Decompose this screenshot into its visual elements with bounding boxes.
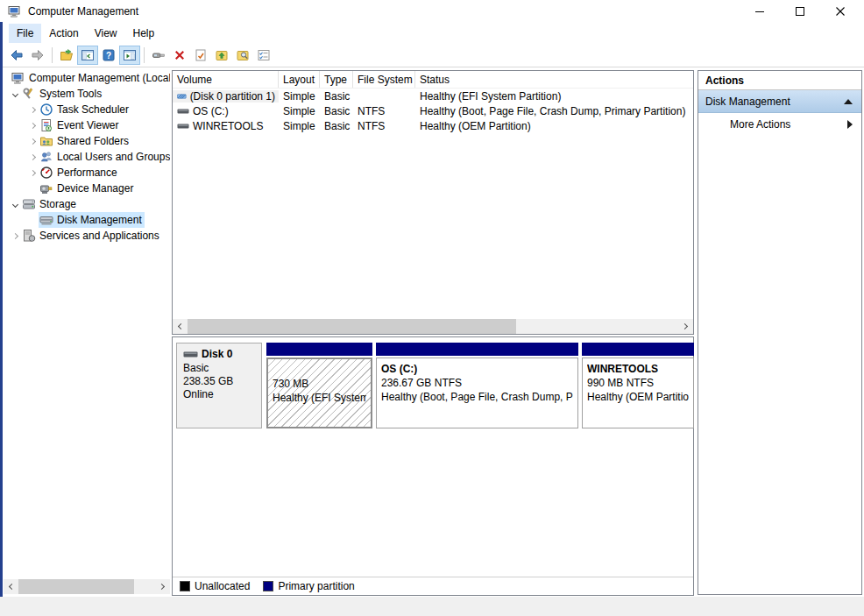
scrollbar-track[interactable]: [134, 579, 155, 594]
back-arrow-icon: [10, 48, 24, 62]
tree-item-storage[interactable]: Storage: [4, 196, 170, 212]
menu-help[interactable]: Help: [125, 24, 163, 43]
volume-row-disk0-partition1[interactable]: (Disk 0 partition 1) Simple Basic Health…: [173, 89, 693, 103]
expand-chevron-icon[interactable]: [26, 171, 39, 175]
partition-body[interactable]: WINRETOOLS 990 MB NTFS Healthy (OEM Part…: [582, 358, 694, 428]
close-button[interactable]: [820, 0, 860, 22]
actions-section-disk-management[interactable]: Disk Management: [698, 90, 861, 113]
window-title: Computer Management: [28, 5, 138, 18]
partition-body[interactable]: OS (C:) 236.67 GB NTFS Healthy (Boot, Pa…: [376, 358, 578, 428]
tree-item-task-scheduler[interactable]: Task Scheduler: [4, 102, 170, 117]
column-header-status[interactable]: Status: [415, 71, 693, 88]
scroll-left-button[interactable]: [4, 579, 18, 594]
column-header-type[interactable]: Type: [320, 71, 353, 88]
open-folder-button[interactable]: [56, 46, 77, 65]
disk-graphical-pane: Disk 0 Basic 238.35 GB Online 730 MB Hea…: [172, 336, 694, 596]
scrollbar-thumb[interactable]: [18, 579, 134, 594]
partition-winretools[interactable]: WINRETOOLS 990 MB NTFS Healthy (OEM Part…: [582, 343, 694, 428]
column-header-file-system[interactable]: File System: [353, 71, 415, 88]
delete-button[interactable]: [169, 46, 190, 65]
tree-item-shared-folders[interactable]: Shared Folders: [4, 133, 170, 149]
scrollbar-thumb[interactable]: [188, 319, 516, 334]
volume-name: WINRETOOLS: [193, 120, 263, 132]
partition-legend: Unallocated Primary partition: [173, 577, 693, 595]
partition-body-selected[interactable]: 730 MB Healthy (EFI System: [266, 358, 372, 428]
checklist-button[interactable]: [253, 46, 274, 65]
volume-type: Basic: [320, 120, 353, 132]
toolbar: ?: [3, 44, 864, 67]
checklist-icon: [257, 48, 271, 62]
volume-type: Basic: [320, 105, 353, 117]
tree-item-local-users-and-groups[interactable]: Local Users and Groups: [4, 149, 170, 165]
scroll-left-button[interactable]: [173, 319, 188, 334]
more-actions-item[interactable]: More Actions: [698, 113, 861, 136]
volume-layout: Simple: [279, 105, 320, 117]
tree-horizontal-scrollbar[interactable]: [4, 579, 170, 594]
disk-0-info-block[interactable]: Disk 0 Basic 238.35 GB Online: [176, 343, 262, 428]
task-scheduler-icon: [39, 103, 53, 117]
scroll-right-button[interactable]: [678, 319, 693, 334]
tree-item-system-tools[interactable]: System Tools: [4, 86, 170, 102]
tree-item-label: Device Manager: [57, 182, 133, 195]
actions-section-title: Disk Management: [705, 96, 790, 108]
volume-file-system: NTFS: [353, 120, 415, 132]
collapse-chevron-icon[interactable]: [9, 202, 21, 207]
menu-view[interactable]: View: [87, 24, 125, 43]
volume-type: Basic: [320, 90, 353, 103]
disk-name: Disk 0: [202, 348, 232, 360]
expand-chevron-icon[interactable]: [26, 139, 39, 144]
folder-search-button[interactable]: [232, 46, 253, 65]
tree-item-disk-management[interactable]: Disk Management: [4, 212, 170, 228]
tree-item-services-and-applications[interactable]: Services and Applications: [4, 228, 170, 244]
volume-list-horizontal-scrollbar[interactable]: [173, 319, 693, 334]
tree-item-performance[interactable]: Performance: [4, 165, 170, 181]
partition-os-c[interactable]: OS (C:) 236.67 GB NTFS Healthy (Boot, Pa…: [376, 343, 578, 428]
partition-efi-system[interactable]: 730 MB Healthy (EFI System: [266, 343, 372, 428]
forward-button[interactable]: [27, 46, 48, 65]
scrollbar-track[interactable]: [516, 319, 678, 334]
back-button[interactable]: [6, 46, 27, 65]
partition-name: WINRETOOLS: [587, 362, 689, 376]
scroll-right-button[interactable]: [155, 579, 170, 594]
shared-folders-icon: [39, 134, 53, 148]
expand-chevron-icon[interactable]: [26, 124, 39, 128]
properties-button[interactable]: [190, 46, 211, 65]
show-action-pane-button[interactable]: [119, 46, 140, 65]
striped-volume-icon: [177, 91, 187, 102]
folder-up-button[interactable]: [211, 46, 232, 65]
volume-status: Healthy (OEM Partition): [415, 120, 693, 132]
menu-action[interactable]: Action: [41, 24, 86, 43]
expand-chevron-icon[interactable]: [26, 155, 39, 159]
expand-chevron-icon[interactable]: [26, 108, 39, 112]
volume-row-os-c[interactable]: OS (C:) Simple Basic NTFS Healthy (Boot,…: [173, 103, 693, 118]
tree-item-event-viewer[interactable]: Event Viewer: [4, 117, 170, 133]
volume-list-header: Volume Layout Type File System Status: [173, 71, 693, 89]
svg-text:?: ?: [106, 51, 111, 60]
tree-item-label: Computer Management (Local: [29, 72, 170, 84]
tree-item-label: Shared Folders: [57, 135, 129, 147]
computer-management-app-icon: [8, 4, 22, 18]
tree-item-label: Storage: [39, 198, 76, 210]
computer-management-window: Computer Management File Action View Hel…: [0, 0, 864, 616]
forward-arrow-icon: [31, 48, 45, 62]
console-window-button[interactable]: [148, 46, 169, 65]
volume-row-winretools[interactable]: WINRETOOLS Simple Basic NTFS Healthy (OE…: [173, 118, 693, 133]
column-header-volume[interactable]: Volume: [173, 71, 279, 88]
partition-name: [273, 363, 366, 377]
volume-file-system: NTFS: [353, 105, 415, 117]
collapse-section-icon[interactable]: [844, 99, 853, 104]
expand-chevron-icon[interactable]: [9, 234, 21, 238]
collapse-chevron-icon[interactable]: [9, 92, 21, 96]
primary-partition-swatch: [263, 581, 273, 591]
column-header-layout[interactable]: Layout: [279, 71, 320, 88]
menu-file[interactable]: File: [9, 24, 41, 43]
tree-item-computer-management[interactable]: Computer Management (Local: [4, 70, 170, 86]
minimize-button[interactable]: [740, 0, 780, 22]
show-console-tree-button[interactable]: [77, 46, 98, 65]
help-button[interactable]: ?: [98, 46, 119, 65]
tree-item-device-manager[interactable]: Device Manager: [4, 181, 170, 196]
maximize-button[interactable]: [780, 0, 820, 22]
partition-status: Healthy (EFI System: [273, 391, 366, 405]
partition-size: 990 MB NTFS: [587, 376, 689, 390]
services-applications-icon: [22, 229, 36, 243]
